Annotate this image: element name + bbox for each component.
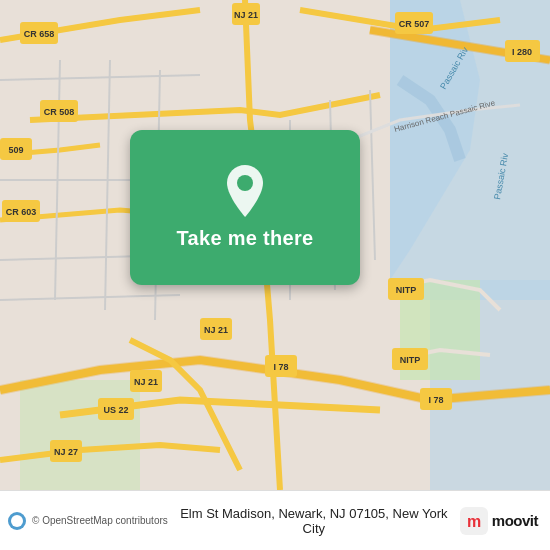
svg-text:I 78: I 78 [428, 395, 443, 405]
svg-text:CR 508: CR 508 [44, 107, 75, 117]
svg-text:m: m [467, 513, 481, 530]
svg-text:I 280: I 280 [512, 47, 532, 57]
svg-text:NITP: NITP [400, 355, 421, 365]
svg-line-10 [105, 60, 110, 310]
svg-text:509: 509 [8, 145, 23, 155]
svg-text:NJ 21: NJ 21 [134, 377, 158, 387]
location-pin-icon [223, 165, 267, 217]
svg-text:I 78: I 78 [273, 362, 288, 372]
svg-text:NJ 27: NJ 27 [54, 447, 78, 457]
moovit-m-icon: m [460, 507, 488, 535]
take-me-there-button[interactable]: Take me there [130, 130, 360, 285]
svg-point-48 [237, 175, 253, 191]
bottom-bar: © OpenStreetMap contributors Elm St Madi… [0, 490, 550, 550]
moovit-brand-text: moovit [492, 512, 538, 529]
svg-text:US 22: US 22 [103, 405, 128, 415]
svg-line-5 [0, 75, 200, 80]
svg-text:CR 658: CR 658 [24, 29, 55, 39]
osm-logo [8, 512, 26, 530]
moovit-logo: m moovit [460, 507, 538, 535]
svg-text:NITP: NITP [396, 285, 417, 295]
svg-rect-4 [20, 380, 140, 490]
svg-text:NJ 21: NJ 21 [204, 325, 228, 335]
svg-text:CR 507: CR 507 [399, 19, 430, 29]
osm-credit-area: © OpenStreetMap contributors [8, 512, 168, 530]
address-label: Elm St Madison, Newark, NJ 07105, New Yo… [168, 506, 460, 536]
svg-text:CR 603: CR 603 [6, 207, 37, 217]
map-container: CR 658 NJ 21 CR 507 I 280 509 CR 508 CR … [0, 0, 550, 490]
svg-text:NJ 21: NJ 21 [234, 10, 258, 20]
osm-credit-text: © OpenStreetMap contributors [32, 515, 168, 526]
svg-line-14 [370, 90, 375, 260]
take-me-there-label: Take me there [177, 227, 314, 250]
svg-line-8 [0, 295, 180, 300]
